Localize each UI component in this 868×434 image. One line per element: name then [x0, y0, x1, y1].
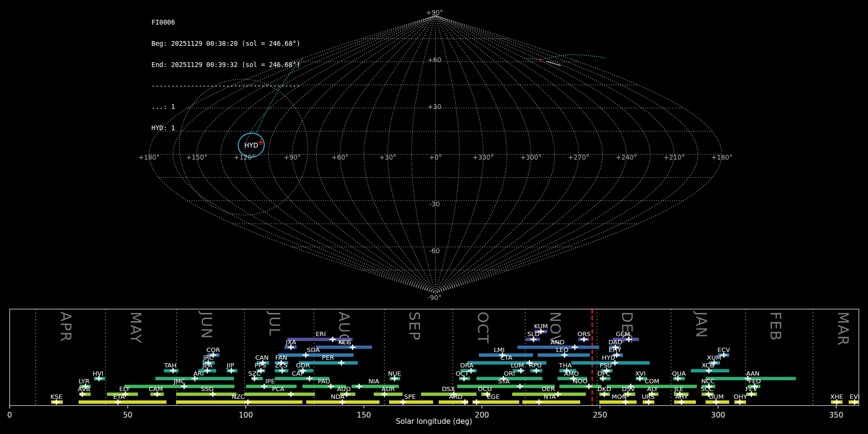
shower-peak-marker [245, 399, 251, 405]
shower-code-label: SSG [201, 385, 214, 393]
shower-code-label: LEO [556, 346, 569, 353]
sporadic-count: ...: 1 [151, 103, 300, 110]
x-axis-tick-label: 100 [239, 411, 253, 420]
shower-peak-marker [356, 384, 362, 389]
longitude-tick-label: +60° [331, 153, 348, 161]
shower-bar-AHY [674, 400, 696, 404]
x-axis-tick-label: 200 [475, 411, 489, 420]
shower-code-label: ZCS [275, 362, 287, 369]
separator-line: -------------------------------------- [151, 82, 300, 90]
shower-code-label: DPC [597, 370, 610, 377]
shower-code-label: XUM [707, 354, 721, 361]
shower-code-label: AMO [564, 370, 579, 377]
shower-code-label: JEA [202, 362, 212, 369]
shower-bar-IPE [246, 385, 297, 388]
shower-bar-PCA [244, 393, 315, 396]
shower-code-label: EHY [609, 346, 621, 353]
shower-peak-marker [462, 399, 468, 405]
shower-code-label: ERI [315, 330, 326, 338]
shower-code-label: AAN [746, 370, 760, 377]
month-label: SEP [406, 312, 423, 341]
shower-peak-marker [329, 337, 336, 342]
shower-code-label: STA [498, 378, 510, 385]
meteor-track-line [546, 61, 561, 66]
shower-code-label: LYR [79, 378, 90, 385]
latitude-tick-label: -30 [429, 200, 440, 208]
month-label: JUL [266, 311, 283, 337]
longitude-tick-label: +240° [616, 153, 637, 161]
shower-code-label: ETA [113, 393, 125, 400]
station-radiant-plot: HYD +180°+150°+120°+90°+60°+30°+0°+330°+… [0, 0, 868, 434]
shower-code-label: XVI [635, 370, 646, 377]
shower-code-label: AHY [675, 393, 688, 400]
shower-code-label: QUA [672, 370, 686, 377]
shower-code-label: GDR [296, 362, 310, 369]
shower-code-label: CAP [292, 370, 304, 377]
shower-code-label: KCG [338, 339, 351, 346]
longitude-tick-label: +330° [473, 153, 494, 161]
month-label: FEB [767, 312, 784, 341]
latitude-tick-label: +60 [428, 56, 442, 64]
shower-code-label: MON [611, 393, 626, 400]
month-label: OCT [475, 312, 491, 344]
latitude-tick-label: -60 [429, 247, 440, 255]
shower-code-label: THA [558, 362, 572, 369]
shower-code-label: LMI [494, 346, 504, 353]
latitude-tick-label: +30 [428, 103, 442, 110]
scene-svg: HYD +180°+150°+120°+90°+60°+30°+0°+330°+… [0, 0, 868, 434]
shower-code-label: OHY [733, 393, 747, 400]
shower-code-label: NDA [331, 393, 345, 400]
shower-bar-JMC [124, 385, 234, 388]
shower-code-label: COM [645, 378, 660, 385]
shower-code-label: COR [206, 346, 220, 353]
shower-bar-NZC [176, 400, 302, 404]
shower-code-label: JRC [203, 354, 213, 361]
shower-code-label: HYD [602, 354, 615, 361]
shower-code-label: JMC [173, 378, 185, 385]
end-time: End: 20251129 00:39:32 (sol = 246.68°) [151, 61, 300, 68]
shower-code-label: DRA [460, 362, 474, 369]
shower-code-label: ORS [577, 330, 591, 338]
x-axis-title: Solar longitude (deg) [396, 417, 472, 426]
shower-code-label: PCA [272, 385, 285, 393]
shower-count: HYD: 1 [151, 124, 300, 132]
shower-code-label: NZC [231, 393, 245, 400]
shower-code-label: DSX [442, 385, 455, 393]
shower-code-label: KSE [50, 393, 62, 400]
shower-peak-marker [339, 360, 345, 366]
shower-code-label: OCT [456, 370, 469, 377]
shower-code-label: FAN [275, 354, 287, 361]
latitude-tick-label: -90° [428, 294, 442, 301]
x-axis-tick-label: 0 [7, 411, 12, 420]
begin-time: Beg: 20251129 00:38:20 (sol = 246.68°) [151, 40, 300, 47]
shower-code-label: URS [642, 393, 655, 400]
shower-code-label: ECV [718, 346, 730, 353]
shower-code-label: ORI [504, 370, 515, 377]
shower-code-label: HVI [93, 370, 104, 377]
shower-code-label: ARD [449, 393, 462, 400]
longitude-tick-label: +180° [711, 153, 732, 161]
shower-code-label: SPE [404, 393, 416, 400]
shower-peak-marker [474, 399, 480, 405]
shower-code-label: NOO [573, 378, 587, 385]
shower-code-label: GEM [616, 330, 630, 338]
shower-peak-marker [288, 392, 294, 397]
shower-code-label: EGE [487, 393, 500, 400]
month-label: MAY [127, 312, 144, 344]
shower-code-label: DKD [597, 385, 611, 393]
longitude-tick-label: +90° [284, 153, 300, 161]
shower-code-label: SZC [248, 370, 261, 377]
shower-code-label: NUE [388, 370, 401, 377]
shower-code-label: AND [551, 339, 565, 346]
longitude-tick-label: +270° [568, 153, 589, 161]
shower-code-label: FED [748, 378, 761, 385]
shower-code-label: AVB [78, 385, 90, 393]
shower-code-label: NTA [543, 393, 556, 400]
shower-code-label: OCU [478, 385, 492, 393]
shower-code-label: CTA [500, 354, 512, 361]
shower-bar-MON [599, 400, 637, 404]
shower-bar-SDA [278, 353, 353, 357]
shower-code-label: ELY [119, 385, 130, 393]
shower-code-label: XCB [702, 362, 714, 369]
longitude-tick-label: +0° [429, 153, 442, 161]
